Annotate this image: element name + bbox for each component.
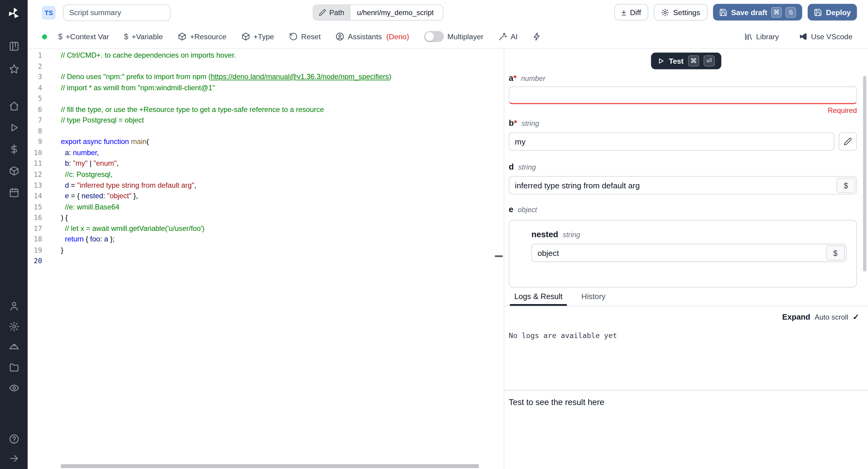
field-a-type: number — [521, 74, 546, 83]
code-line[interactable]: b: "my" | "enum", — [61, 158, 504, 169]
plus-minus-icon: ± — [622, 8, 626, 17]
add-resource-button[interactable]: +Resource — [178, 32, 226, 41]
field-d-input[interactable] — [509, 176, 857, 195]
ai-button[interactable]: AI — [499, 32, 518, 41]
required-mark: * — [514, 118, 517, 127]
horizontal-scrollbar[interactable] — [61, 464, 479, 468]
path-label: Path — [329, 8, 344, 17]
field-nested-variable-picker-button[interactable]: $ — [826, 245, 845, 260]
trigger-button[interactable] — [533, 32, 541, 41]
code-line[interactable]: // let x = await wmill.getVariable('u/us… — [61, 223, 504, 234]
expand-button[interactable]: Expand — [782, 312, 810, 321]
vertical-scrollbar[interactable] — [863, 76, 867, 271]
deploy-button[interactable]: Deploy — [808, 4, 857, 21]
code-line[interactable]: // type Postgresql = object — [61, 115, 504, 125]
path-edit-button[interactable]: Path — [313, 5, 350, 20]
toolbar-right: Library Use VScode — [744, 32, 852, 41]
diff-button[interactable]: ± Diff — [614, 4, 648, 21]
autoscroll-checkbox[interactable]: ✓ — [852, 312, 859, 321]
s-key-badge: S — [786, 7, 796, 18]
add-context-var-button[interactable]: $ +Context Var — [58, 32, 109, 41]
settings-button[interactable]: Settings — [654, 4, 708, 21]
field-d: d string $ — [509, 162, 857, 194]
folders-icon[interactable] — [8, 362, 19, 373]
field-a-input[interactable] — [509, 86, 857, 104]
right-panel: Test ⌘ ⏎ a* number Required b* string — [504, 49, 868, 469]
runs-play-icon[interactable] — [8, 122, 19, 133]
add-variable-button[interactable]: $ +Variable — [124, 32, 163, 41]
schedules-calendar-icon[interactable] — [8, 187, 19, 198]
code-line[interactable] — [61, 125, 504, 137]
field-nested-input[interactable] — [531, 244, 846, 262]
reset-button[interactable]: Reset — [289, 32, 320, 41]
cmd-key-chip: ⌘ — [688, 56, 699, 67]
audit-eye-icon[interactable] — [8, 383, 19, 393]
code-line[interactable]: d = "inferred type string from default a… — [61, 180, 504, 191]
tab-logs-result[interactable]: Logs & Result — [510, 292, 567, 306]
settings-gear-icon[interactable] — [8, 321, 19, 332]
editor-code[interactable]: // Ctrl/CMD+. to cache dependencies on i… — [61, 50, 504, 266]
field-d-variable-picker-button[interactable]: $ — [836, 178, 855, 193]
code-line[interactable]: return { foo: a }; — [61, 234, 504, 245]
dollar-icon: $ — [58, 32, 62, 41]
code-line[interactable]: // Deno uses "npm:" prefix to import fro… — [61, 71, 504, 82]
editor-gutter: 1234567891011121314151617181920 — [28, 50, 61, 266]
dollar-icon: $ — [124, 32, 128, 41]
add-type-button[interactable]: +Type — [241, 32, 274, 41]
library-button[interactable]: Library — [744, 32, 779, 41]
line-number: 20 — [28, 256, 61, 266]
board-icon[interactable] — [8, 41, 19, 52]
code-line[interactable]: //c: Postgresql, — [61, 169, 504, 180]
library-label: Library — [756, 32, 779, 41]
code-line[interactable]: //e: wmill.Base64 — [61, 201, 504, 212]
field-e-type: object — [518, 206, 537, 214]
wand-icon — [499, 32, 507, 41]
collapse-arrow-right-icon[interactable] — [8, 453, 19, 464]
diff-label: Diff — [630, 8, 641, 17]
line-number: 1 — [28, 50, 61, 61]
code-line[interactable]: a: number, — [61, 147, 504, 158]
top-header: TS Path u/henri/my_demo_script ± Diff Se… — [28, 0, 868, 25]
home-icon[interactable] — [8, 101, 19, 111]
code-line[interactable]: // Ctrl/CMD+. to cache dependencies on i… — [61, 50, 504, 61]
tab-history[interactable]: History — [577, 292, 610, 306]
code-line[interactable]: e = { nested: "object" }, — [61, 191, 504, 202]
field-b-input[interactable] — [509, 133, 834, 151]
code-editor[interactable]: 1234567891011121314151617181920 // Ctrl/… — [28, 49, 504, 469]
star-icon[interactable] — [8, 64, 19, 74]
code-line[interactable]: } — [61, 245, 504, 256]
assistants-lang[interactable]: (Deno) — [386, 32, 409, 41]
line-number: 14 — [28, 191, 61, 202]
field-b-edit-button[interactable] — [839, 133, 857, 151]
resources-cube-icon[interactable] — [8, 166, 19, 176]
field-e: e object nested string $ — [509, 204, 857, 287]
sidebar — [0, 0, 28, 469]
users-icon[interactable] — [8, 301, 19, 312]
vscode-icon — [799, 32, 808, 41]
windmill-logo-icon[interactable] — [5, 4, 23, 22]
code-line[interactable]: // import * as wmill from "npm:windmill-… — [61, 82, 504, 93]
code-line[interactable] — [61, 256, 504, 266]
assistants-button[interactable]: Assistants (Deno) — [336, 32, 409, 41]
save-draft-button[interactable]: Save draft ⌘ S — [713, 4, 802, 21]
variables-dollar-icon[interactable] — [8, 144, 19, 154]
code-line[interactable] — [61, 61, 504, 71]
code-line[interactable]: ) { — [61, 212, 504, 223]
code-line[interactable]: // fill the type, or use the +Resource t… — [61, 104, 504, 115]
multiplayer-toggle[interactable] — [424, 31, 444, 42]
assistants-label: Assistants — [348, 32, 382, 41]
script-summary-input[interactable] — [63, 4, 170, 21]
code-line[interactable] — [61, 93, 504, 104]
help-icon[interactable] — [8, 434, 19, 444]
code-line[interactable]: export async function main( — [61, 137, 504, 147]
workers-hardhat-icon[interactable] — [8, 342, 19, 352]
test-button[interactable]: Test ⌘ ⏎ — [651, 53, 721, 69]
line-number: 18 — [28, 234, 61, 245]
multiplayer-label: Multiplayer — [447, 32, 484, 41]
use-vscode-button[interactable]: Use VScode — [799, 32, 852, 41]
path-control[interactable]: Path u/henri/my_demo_script — [313, 4, 443, 21]
required-mark: * — [513, 73, 517, 82]
save-draft-label: Save draft — [731, 8, 767, 17]
ai-label: AI — [510, 32, 518, 41]
field-a: a* number Required — [509, 73, 857, 114]
